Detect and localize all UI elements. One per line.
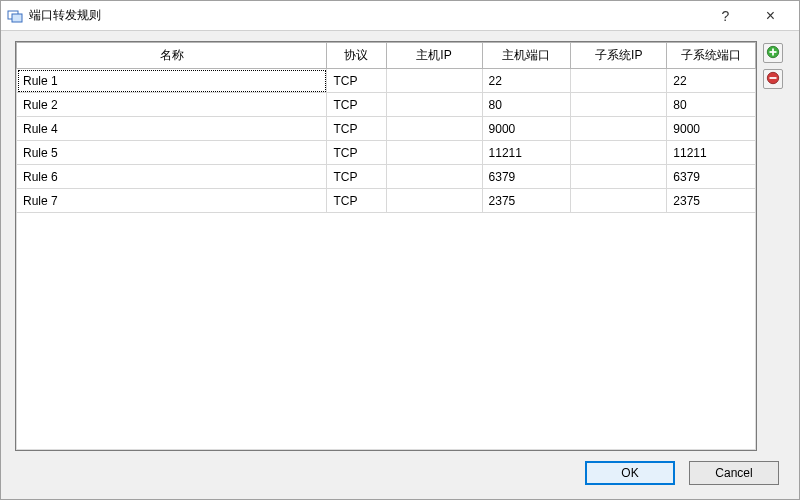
cell-host_port[interactable]: 6379: [482, 165, 571, 189]
dialog-window: 端口转发规则 ? × 名称 协议 主机IP 主机端口 子系: [0, 0, 800, 500]
cell-host_ip[interactable]: [386, 165, 482, 189]
app-icon: [7, 8, 23, 24]
col-host-ip[interactable]: 主机IP: [386, 43, 482, 69]
cell-sub_port[interactable]: 11211: [667, 141, 756, 165]
cell-sub_port[interactable]: 2375: [667, 189, 756, 213]
cell-host_ip[interactable]: [386, 69, 482, 93]
cell-host_port[interactable]: 80: [482, 93, 571, 117]
cell-host_ip[interactable]: [386, 189, 482, 213]
cell-sub_port[interactable]: 80: [667, 93, 756, 117]
help-icon: ?: [722, 8, 730, 24]
remove-rule-icon: [766, 71, 780, 88]
cell-host_ip[interactable]: [386, 141, 482, 165]
cell-sub_ip[interactable]: [571, 189, 667, 213]
cancel-button[interactable]: Cancel: [689, 461, 779, 485]
help-button[interactable]: ?: [703, 1, 748, 31]
cell-name[interactable]: Rule 5: [17, 141, 327, 165]
svg-rect-6: [770, 77, 777, 79]
svg-rect-1: [12, 14, 22, 22]
cell-sub_ip[interactable]: [571, 165, 667, 189]
dialog-footer: OK Cancel: [1, 457, 799, 499]
ok-button[interactable]: OK: [585, 461, 675, 485]
svg-rect-4: [770, 51, 777, 53]
cell-protocol[interactable]: TCP: [327, 117, 386, 141]
cell-sub_port[interactable]: 9000: [667, 117, 756, 141]
table-row[interactable]: Rule 5TCP1121111211: [17, 141, 756, 165]
cell-protocol[interactable]: TCP: [327, 141, 386, 165]
cell-name[interactable]: Rule 2: [17, 93, 327, 117]
cell-protocol[interactable]: TCP: [327, 69, 386, 93]
cell-sub_port[interactable]: 22: [667, 69, 756, 93]
table-row[interactable]: Rule 4TCP90009000: [17, 117, 756, 141]
content-area: 名称 协议 主机IP 主机端口 子系统IP 子系统端口 Rule 1TCP222…: [1, 31, 799, 457]
rules-table-frame: 名称 协议 主机IP 主机端口 子系统IP 子系统端口 Rule 1TCP222…: [15, 41, 757, 451]
cell-sub_port[interactable]: 6379: [667, 165, 756, 189]
table-row[interactable]: Rule 7TCP23752375: [17, 189, 756, 213]
cell-host_ip[interactable]: [386, 117, 482, 141]
cell-sub_ip[interactable]: [571, 69, 667, 93]
cell-host_port[interactable]: 22: [482, 69, 571, 93]
cell-name[interactable]: Rule 6: [17, 165, 327, 189]
add-rule-button[interactable]: [763, 43, 783, 63]
table-row[interactable]: Rule 2TCP8080: [17, 93, 756, 117]
cell-host_port[interactable]: 9000: [482, 117, 571, 141]
cell-host_port[interactable]: 2375: [482, 189, 571, 213]
cell-host_port[interactable]: 11211: [482, 141, 571, 165]
table-row[interactable]: Rule 1TCP2222: [17, 69, 756, 93]
col-host-port[interactable]: 主机端口: [482, 43, 571, 69]
window-title: 端口转发规则: [29, 7, 703, 24]
col-sub-port[interactable]: 子系统端口: [667, 43, 756, 69]
cell-protocol[interactable]: TCP: [327, 165, 386, 189]
remove-rule-button[interactable]: [763, 69, 783, 89]
cell-protocol[interactable]: TCP: [327, 93, 386, 117]
cell-host_ip[interactable]: [386, 93, 482, 117]
cell-sub_ip[interactable]: [571, 117, 667, 141]
side-toolbar: [763, 41, 785, 451]
cell-sub_ip[interactable]: [571, 93, 667, 117]
titlebar: 端口转发规则 ? ×: [1, 1, 799, 31]
close-button[interactable]: ×: [748, 1, 793, 31]
rules-table[interactable]: 名称 协议 主机IP 主机端口 子系统IP 子系统端口 Rule 1TCP222…: [16, 42, 756, 213]
cell-name[interactable]: Rule 7: [17, 189, 327, 213]
table-header-row: 名称 协议 主机IP 主机端口 子系统IP 子系统端口: [17, 43, 756, 69]
col-protocol[interactable]: 协议: [327, 43, 386, 69]
col-sub-ip[interactable]: 子系统IP: [571, 43, 667, 69]
close-icon: ×: [766, 7, 775, 25]
cell-name[interactable]: Rule 4: [17, 117, 327, 141]
add-rule-icon: [766, 45, 780, 62]
table-row[interactable]: Rule 6TCP63796379: [17, 165, 756, 189]
cell-sub_ip[interactable]: [571, 141, 667, 165]
cell-protocol[interactable]: TCP: [327, 189, 386, 213]
col-name[interactable]: 名称: [17, 43, 327, 69]
cell-name[interactable]: Rule 1: [17, 69, 327, 93]
